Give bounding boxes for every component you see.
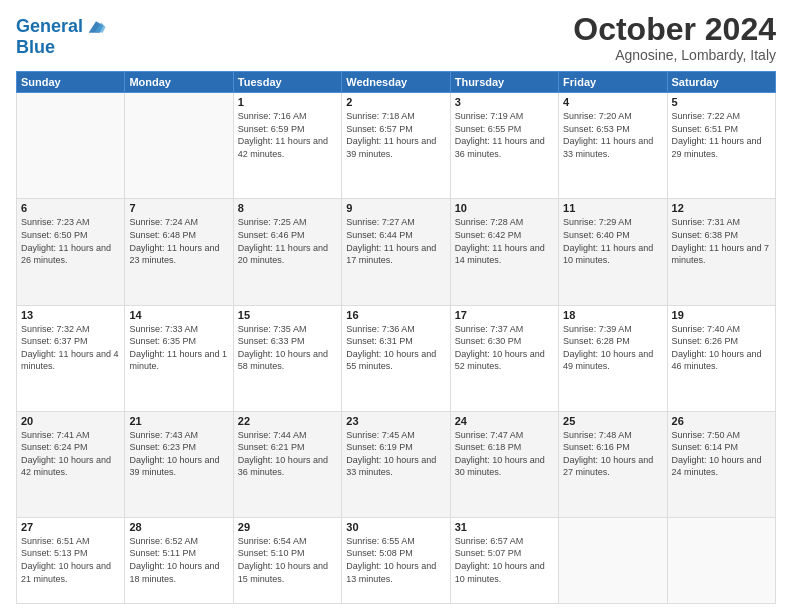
col-friday: Friday <box>559 72 667 93</box>
table-row: 13Sunrise: 7:32 AMSunset: 6:37 PMDayligh… <box>17 305 125 411</box>
calendar-table: Sunday Monday Tuesday Wednesday Thursday… <box>16 71 776 604</box>
table-row: 10Sunrise: 7:28 AMSunset: 6:42 PMDayligh… <box>450 199 558 305</box>
table-row: 29Sunrise: 6:54 AMSunset: 5:10 PMDayligh… <box>233 517 341 603</box>
table-row: 18Sunrise: 7:39 AMSunset: 6:28 PMDayligh… <box>559 305 667 411</box>
table-row: 21Sunrise: 7:43 AMSunset: 6:23 PMDayligh… <box>125 411 233 517</box>
col-sunday: Sunday <box>17 72 125 93</box>
table-row: 30Sunrise: 6:55 AMSunset: 5:08 PMDayligh… <box>342 517 450 603</box>
month-title: October 2024 <box>573 12 776 47</box>
table-row: 4Sunrise: 7:20 AMSunset: 6:53 PMDaylight… <box>559 93 667 199</box>
table-row: 15Sunrise: 7:35 AMSunset: 6:33 PMDayligh… <box>233 305 341 411</box>
table-row: 27Sunrise: 6:51 AMSunset: 5:13 PMDayligh… <box>17 517 125 603</box>
table-row: 19Sunrise: 7:40 AMSunset: 6:26 PMDayligh… <box>667 305 775 411</box>
header: General Blue October 2024 Agnosine, Lomb… <box>16 12 776 63</box>
table-row: 3Sunrise: 7:19 AMSunset: 6:55 PMDaylight… <box>450 93 558 199</box>
table-row <box>559 517 667 603</box>
table-row <box>125 93 233 199</box>
logo: General Blue <box>16 16 107 58</box>
logo-text-line1: General <box>16 17 83 37</box>
calendar-header-row: Sunday Monday Tuesday Wednesday Thursday… <box>17 72 776 93</box>
table-row: 22Sunrise: 7:44 AMSunset: 6:21 PMDayligh… <box>233 411 341 517</box>
table-row: 11Sunrise: 7:29 AMSunset: 6:40 PMDayligh… <box>559 199 667 305</box>
table-row: 20Sunrise: 7:41 AMSunset: 6:24 PMDayligh… <box>17 411 125 517</box>
logo-icon <box>85 16 107 38</box>
table-row: 1Sunrise: 7:16 AMSunset: 6:59 PMDaylight… <box>233 93 341 199</box>
table-row <box>17 93 125 199</box>
table-row <box>667 517 775 603</box>
col-tuesday: Tuesday <box>233 72 341 93</box>
table-row: 26Sunrise: 7:50 AMSunset: 6:14 PMDayligh… <box>667 411 775 517</box>
table-row: 16Sunrise: 7:36 AMSunset: 6:31 PMDayligh… <box>342 305 450 411</box>
table-row: 6Sunrise: 7:23 AMSunset: 6:50 PMDaylight… <box>17 199 125 305</box>
table-row: 17Sunrise: 7:37 AMSunset: 6:30 PMDayligh… <box>450 305 558 411</box>
table-row: 23Sunrise: 7:45 AMSunset: 6:19 PMDayligh… <box>342 411 450 517</box>
table-row: 31Sunrise: 6:57 AMSunset: 5:07 PMDayligh… <box>450 517 558 603</box>
logo-text-line2: Blue <box>16 38 107 58</box>
table-row: 14Sunrise: 7:33 AMSunset: 6:35 PMDayligh… <box>125 305 233 411</box>
table-row: 25Sunrise: 7:48 AMSunset: 6:16 PMDayligh… <box>559 411 667 517</box>
col-monday: Monday <box>125 72 233 93</box>
table-row: 28Sunrise: 6:52 AMSunset: 5:11 PMDayligh… <box>125 517 233 603</box>
col-thursday: Thursday <box>450 72 558 93</box>
page: General Blue October 2024 Agnosine, Lomb… <box>0 0 792 612</box>
table-row: 7Sunrise: 7:24 AMSunset: 6:48 PMDaylight… <box>125 199 233 305</box>
table-row: 12Sunrise: 7:31 AMSunset: 6:38 PMDayligh… <box>667 199 775 305</box>
table-row: 9Sunrise: 7:27 AMSunset: 6:44 PMDaylight… <box>342 199 450 305</box>
table-row: 2Sunrise: 7:18 AMSunset: 6:57 PMDaylight… <box>342 93 450 199</box>
title-block: October 2024 Agnosine, Lombardy, Italy <box>573 12 776 63</box>
col-saturday: Saturday <box>667 72 775 93</box>
col-wednesday: Wednesday <box>342 72 450 93</box>
table-row: 24Sunrise: 7:47 AMSunset: 6:18 PMDayligh… <box>450 411 558 517</box>
table-row: 8Sunrise: 7:25 AMSunset: 6:46 PMDaylight… <box>233 199 341 305</box>
table-row: 5Sunrise: 7:22 AMSunset: 6:51 PMDaylight… <box>667 93 775 199</box>
location: Agnosine, Lombardy, Italy <box>573 47 776 63</box>
